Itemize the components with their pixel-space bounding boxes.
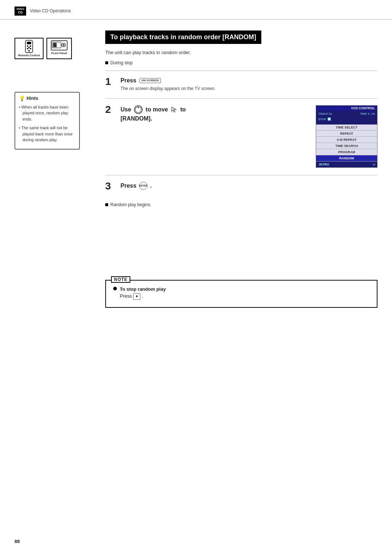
note-bold-text: To stop random play <box>120 286 166 292</box>
hints-box: 💡 Hints When all tracks have been played… <box>15 92 80 150</box>
step-1-number: 1 <box>105 77 116 87</box>
note-item-1: To stop random play Press ■ . <box>113 286 369 300</box>
svg-point-4 <box>27 48 28 49</box>
hints-icon: 💡 <box>19 95 25 101</box>
note-press-text: Press <box>120 293 132 299</box>
note-bullet-1 <box>113 287 117 290</box>
svg-point-14 <box>138 107 139 108</box>
remote-label: Remote Control <box>18 54 40 57</box>
random-begins-note: Random play begins. <box>105 202 377 207</box>
page-number: 88 <box>15 539 20 544</box>
section-title: To playback tracks in random order [RAND… <box>105 30 261 44</box>
step-1-press-label: Press <box>121 77 136 84</box>
hint-item-2: The same track will not be played back m… <box>19 125 75 143</box>
step-2-to-label: to <box>180 106 186 113</box>
step-1: 1 Press ON SCREEN The on screen display … <box>105 70 377 98</box>
svg-marker-15 <box>172 107 176 112</box>
note-item-1-text: To stop random play Press ■ . <box>120 286 166 300</box>
step-3-period: . <box>150 183 152 189</box>
cursor-svg <box>171 106 177 113</box>
vcd-badge: Video CD <box>15 7 26 16</box>
vcd-menu-program: PROGRAM <box>316 149 377 155</box>
vcd-display: TRACK 01 TIME 3 : 04 <box>316 111 377 117</box>
vcd-panel-bottom: ↵ INTRO <box>316 162 377 167</box>
step-2-body: Use to move <box>121 105 377 168</box>
step-2-left: Use to move <box>121 105 309 122</box>
hints-title: 💡 Hints <box>19 95 75 101</box>
svg-point-13 <box>135 107 141 113</box>
step-1-text: Press ON SCREEN <box>121 77 377 84</box>
stop-button-icon: ■ <box>133 293 140 300</box>
badge-bottom: CD <box>18 11 23 15</box>
onscreen-top: ON SCREEN <box>142 79 159 82</box>
vcd-panel-header: VCD CONTROL <box>316 106 377 111</box>
remote-svg <box>24 40 34 53</box>
svg-point-11 <box>63 44 64 46</box>
page-header: Video CD Video CD Operations <box>0 0 392 20</box>
vcd-time: TIME 3 : 04 <box>360 112 375 115</box>
header-title: Video CD Operations <box>30 8 71 13</box>
dial-svg <box>135 106 142 114</box>
left-column: Remote Control Front Panel <box>15 30 94 315</box>
note-label: NOTE <box>111 276 130 283</box>
vcd-menu-time-select: TIME SELECT <box>316 125 377 131</box>
step-1-content: Press ON SCREEN The on screen display ap… <box>121 77 377 91</box>
note-box: NOTE To stop random play Press ■ . <box>105 280 377 308</box>
vcd-menu-ab-repeat: A-B REPEAT <box>316 137 377 143</box>
svg-point-2 <box>27 45 28 47</box>
hints-label: Hints <box>26 95 38 101</box>
dial-icon <box>134 105 143 114</box>
svg-point-3 <box>30 45 31 47</box>
step-2-tomove-label: to move <box>146 106 168 113</box>
random-begins-text: Random play begins. <box>110 202 151 207</box>
random-begins-bullet <box>105 203 108 206</box>
vcd-stop-label: STOP <box>318 118 326 121</box>
vcd-menu-intro: INTRO <box>318 162 331 167</box>
device-icons: Remote Control Front Panel <box>15 38 72 59</box>
step-1-header: 1 Press ON SCREEN The on screen display … <box>105 77 377 91</box>
vcd-scroll-arrow: ↵ <box>373 163 376 167</box>
front-panel-svg <box>51 40 68 51</box>
step-2: 2 Use <box>105 98 377 175</box>
onscreen-button-icon: ON SCREEN <box>139 78 161 83</box>
step-3-number: 3 <box>105 181 116 191</box>
during-stop-text: During stop <box>110 60 132 65</box>
vcd-track: TRACK 01 <box>318 112 332 115</box>
step-2-header: 2 Use <box>105 105 377 168</box>
step-1-subnote: The on screen display appears on the TV … <box>121 86 377 91</box>
step-2-number: 2 <box>105 105 116 115</box>
enter-button-icon: ENTER <box>139 182 147 190</box>
svg-point-7 <box>28 50 30 52</box>
note-period: . <box>142 293 143 299</box>
step-3-header: 3 Press ENTER . <box>105 181 377 191</box>
step-3-content: Press ENTER . <box>121 181 377 190</box>
front-panel-label: Front Panel <box>50 52 68 55</box>
step-3: 3 Press ENTER . <box>105 175 377 199</box>
step-2-random-text: [RANDOM]. <box>121 115 309 122</box>
step-2-random-label: [RANDOM]. <box>121 115 152 122</box>
svg-rect-1 <box>27 42 31 44</box>
section-description: The unit can play tracks in random order… <box>105 50 377 55</box>
right-column: To playback tracks in random order [RAND… <box>105 30 377 315</box>
remote-control-box: Remote Control <box>15 38 44 59</box>
step-2-use-label: Use <box>121 106 131 113</box>
front-panel-icon <box>50 40 68 51</box>
vcd-menu-repeat: REPEAT <box>316 131 377 137</box>
step-2-content: Use to move <box>121 105 377 168</box>
remote-control-icon <box>18 40 40 53</box>
during-stop-note: During stop <box>105 60 377 65</box>
square-bullet <box>105 61 108 64</box>
front-panel-box: Front Panel <box>46 38 72 59</box>
vcd-stop-square <box>328 118 331 121</box>
main-content: Remote Control Front Panel <box>0 20 392 315</box>
hint-item-1: When all tracks have been played once, r… <box>19 104 75 122</box>
vcd-menu-random: RANDOM <box>316 155 377 162</box>
vcd-control-panel: VCD CONTROL TRACK 01 TIME 3 : 04 STOP TI… <box>316 105 377 168</box>
step-3-press-label: Press <box>121 183 136 189</box>
vcd-menu-time-search: TIME SEARCH <box>316 143 377 149</box>
svg-point-6 <box>28 47 30 48</box>
svg-rect-12 <box>53 43 57 47</box>
cursor-icon <box>171 106 177 113</box>
vcd-stop-row: STOP <box>316 117 377 122</box>
hints-content: When all tracks have been played once, r… <box>19 104 75 143</box>
